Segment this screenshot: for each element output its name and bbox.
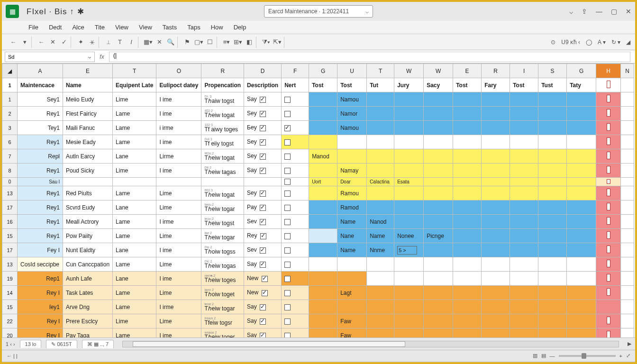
row-header[interactable]: 3 <box>2 121 18 135</box>
col-header-E[interactable]: E <box>63 64 113 78</box>
cell[interactable] <box>482 286 510 300</box>
col-header-W[interactable]: W <box>424 64 453 78</box>
cell[interactable]: I ime <box>156 243 201 257</box>
cell[interactable]: Nanod <box>367 215 394 229</box>
cell[interactable] <box>424 328 453 338</box>
cell[interactable] <box>567 229 596 243</box>
cell[interactable] <box>510 286 538 300</box>
cell[interactable]: Бey <box>244 121 282 135</box>
cell[interactable] <box>538 164 567 178</box>
row-header[interactable]: 1 <box>2 78 18 92</box>
cell[interactable] <box>394 300 424 314</box>
menu-tasts[interactable]: Tasts <box>163 24 177 31</box>
cell[interactable] <box>510 135 538 149</box>
cell[interactable]: Lirme <box>156 149 201 164</box>
cell[interactable] <box>424 243 453 257</box>
cell[interactable] <box>453 92 482 107</box>
table-icon[interactable]: ⊞▾ <box>234 38 242 46</box>
table-row[interactable]: 17Rey1Scvrd EudyLaneLimetaes-2Tℎeiw toga… <box>2 200 634 215</box>
checkbox[interactable] <box>284 276 291 282</box>
back-icon[interactable]: ← <box>9 38 17 46</box>
checkbox[interactable] <box>260 97 266 103</box>
cell[interactable]: rænə-2Tℎeiw toges <box>201 272 244 286</box>
cell[interactable]: Prere Esclcy <box>63 314 113 328</box>
italic-icon[interactable]: I <box>127 38 135 46</box>
zoom-fit-icon[interactable]: ⤢ <box>626 353 630 359</box>
col-header-T[interactable]: T <box>113 64 156 78</box>
cell[interactable]: Dit 2Tℎeiw tagas <box>201 164 244 178</box>
table-row[interactable]: 15ſey1Arve DngLameI irmetene 2Tℎeiw toga… <box>2 300 634 314</box>
cell[interactable] <box>621 272 634 286</box>
tab-nav[interactable]: 1 ‹ › <box>6 341 15 347</box>
table-row[interactable]: 13Rey1Red PiultsLameLime002 3Tℎeiw togat… <box>2 186 634 200</box>
checkbox[interactable] <box>284 262 291 268</box>
indicator-cell[interactable] <box>596 286 621 300</box>
indicator-cell[interactable] <box>596 107 621 121</box>
cell[interactable]: 402 2Tℎeiw togat <box>201 107 244 121</box>
cell[interactable] <box>621 92 634 107</box>
menu-how[interactable]: How <box>211 24 223 31</box>
checkbox[interactable] <box>284 233 291 239</box>
cell[interactable]: Sey <box>244 135 282 149</box>
indicator-cell[interactable] <box>596 314 621 328</box>
header-cell[interactable]: Tut <box>367 78 394 92</box>
view-normal-icon[interactable]: ▥ <box>533 353 537 359</box>
menu-alce[interactable]: Alce <box>72 24 84 31</box>
cell[interactable] <box>309 300 337 314</box>
cell[interactable]: Lame <box>113 300 156 314</box>
cell[interactable]: Lime <box>156 186 201 200</box>
cell[interactable]: Pay Taga <box>63 328 113 338</box>
header-cell[interactable] <box>596 78 621 92</box>
cell[interactable] <box>367 164 394 178</box>
cell[interactable]: Tey1 <box>18 121 63 135</box>
col-header-W[interactable]: W <box>394 64 424 78</box>
cell[interactable] <box>309 186 337 200</box>
shape-icon[interactable]: ◯ <box>586 39 592 46</box>
table-row[interactable]: 3Tey1Maili FanucLamei irme102 3Tf aiwy t… <box>2 121 634 135</box>
zoom-in-icon[interactable]: + <box>619 353 622 359</box>
cell[interactable]: tream 2Tfeiw togsr <box>201 314 244 328</box>
cell[interactable]: i irme <box>156 121 201 135</box>
indicator-cell[interactable] <box>596 215 621 229</box>
cell[interactable]: Manod <box>309 149 337 164</box>
cell[interactable] <box>621 107 634 121</box>
cell[interactable] <box>337 135 367 149</box>
cell[interactable]: Dr. 3Tℎaiw togst <box>201 92 244 107</box>
dropdown-icon[interactable]: ▾ <box>21 38 28 46</box>
cell[interactable] <box>510 272 538 286</box>
cell[interactable]: Meall Actrory <box>63 215 113 229</box>
col-header-G[interactable]: G <box>309 64 337 78</box>
row-header[interactable]: 6 <box>2 135 18 149</box>
cell[interactable] <box>453 164 482 178</box>
cell[interactable]: Doi 3Tf eiiy togst <box>201 135 244 149</box>
cell[interactable]: Sev <box>244 243 282 257</box>
cell[interactable]: Lagt <box>337 286 367 300</box>
cell[interactable] <box>424 272 453 286</box>
cell[interactable] <box>394 135 424 149</box>
col-header-U[interactable]: U <box>337 64 367 78</box>
checkbox[interactable] <box>284 139 291 146</box>
cell[interactable] <box>394 149 424 164</box>
cell[interactable]: Lane <box>113 243 156 257</box>
cell[interactable] <box>282 121 309 135</box>
cell[interactable]: Red Piults <box>63 186 113 200</box>
cell[interactable] <box>367 300 394 314</box>
cell[interactable] <box>424 215 453 229</box>
row-header[interactable]: 16 <box>2 215 18 229</box>
cell[interactable]: Lime <box>156 257 201 272</box>
cell[interactable] <box>567 286 596 300</box>
cell[interactable]: Say <box>244 300 282 314</box>
cell[interactable]: Scvrd Eudy <box>63 200 113 215</box>
more-icon[interactable]: ◢ <box>626 39 630 46</box>
cell[interactable] <box>309 200 337 215</box>
cell[interactable] <box>482 328 510 338</box>
cell[interactable] <box>367 200 394 215</box>
cell[interactable]: Lame <box>113 229 156 243</box>
indicator-cell[interactable] <box>596 229 621 243</box>
cell[interactable]: Name <box>367 229 394 243</box>
checkbox[interactable] <box>284 154 291 160</box>
cell[interactable] <box>482 149 510 164</box>
cell[interactable] <box>482 215 510 229</box>
refresh-icon[interactable]: ↻ ▾ <box>611 39 620 46</box>
cell[interactable]: Say <box>244 92 282 107</box>
